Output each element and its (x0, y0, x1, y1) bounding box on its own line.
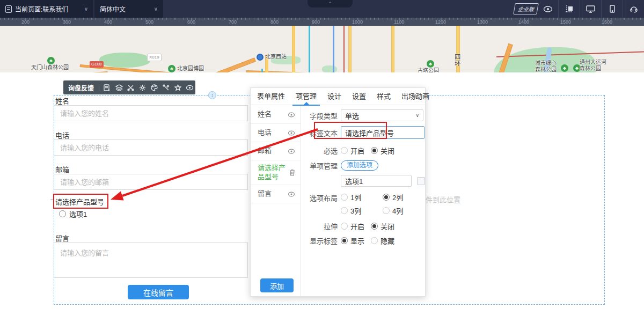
field-list-item[interactable]: 电话 (251, 124, 301, 142)
current-page-selector[interactable]: 当前页面:联系我们 ∨ (0, 0, 93, 18)
map-subway-line (261, 69, 263, 72)
radio-icon (59, 210, 66, 217)
item-management-row: 单项管理 添加选项 (306, 160, 425, 171)
map-road (292, 26, 295, 72)
ruler-tick-label: 300 (63, 19, 71, 25)
ruler-tick-label: 400 (104, 19, 112, 25)
widget-title: 询盘反馈 (63, 83, 99, 92)
ruler-tick-label: 900 (312, 19, 320, 25)
horizontal-ruler: 2003004005006007008009001000110012001300… (0, 18, 644, 26)
field-list-item[interactable]: 邮箱 (251, 142, 301, 160)
layout-3col-radio[interactable] (341, 207, 348, 214)
tab-settings[interactable]: 设置 (352, 88, 366, 105)
mobile-view-button[interactable] (601, 0, 623, 18)
off-label: 关闭 (380, 221, 394, 231)
chevron-down-icon: ∨ (415, 113, 419, 118)
favorite-button[interactable] (172, 84, 184, 91)
field-label-message: 留言 (55, 233, 69, 243)
form-edit-button[interactable] (101, 84, 113, 91)
support-button[interactable] (623, 0, 644, 18)
add-field-button[interactable]: 添加 (260, 278, 294, 292)
tab-form-properties[interactable]: 表单属性 (257, 88, 285, 105)
layout-2col-radio[interactable] (383, 194, 390, 201)
plan-badge: 企业版 (515, 0, 537, 18)
eye-icon[interactable] (288, 192, 295, 197)
required-row: 必选 开启 关闭 (306, 145, 425, 156)
tab-style[interactable]: 样式 (377, 88, 391, 105)
divider (99, 84, 99, 91)
drop-zone-hint: 件到此位置 (426, 194, 460, 204)
map-road (392, 26, 394, 72)
current-page-label: 当前页面:联系我们 (15, 4, 68, 13)
required-off-radio[interactable] (371, 147, 378, 154)
tab-design[interactable]: 设计 (327, 88, 341, 105)
ruler-tick-label: 1500 (560, 19, 571, 25)
message-textarea[interactable] (54, 242, 248, 278)
email-input[interactable] (54, 174, 248, 190)
cut-button[interactable] (125, 84, 137, 91)
cut-icon (127, 84, 134, 91)
language-selector[interactable]: 简体中文 ∨ (94, 0, 163, 18)
map-label: 北京园博园 (177, 65, 204, 72)
label-text-input[interactable] (341, 126, 425, 139)
layers-button[interactable] (113, 84, 125, 91)
layout-1col-label: 1列 (350, 192, 361, 202)
tools-button[interactable] (160, 84, 172, 91)
stretch-on-radio[interactable] (341, 223, 348, 230)
trash-icon[interactable] (289, 169, 295, 176)
layout-4col-label: 4列 (392, 205, 403, 216)
eye-icon[interactable] (288, 130, 295, 136)
page-canvas: ↕ 件到此位置 询盘反馈 (0, 72, 644, 316)
panel-tab-bar: 表单属性 项管理 设计 设置 样式 出场动画 ✕ (251, 88, 425, 105)
mobile-icon (610, 5, 615, 13)
phone-input[interactable] (54, 139, 248, 156)
eye-icon[interactable] (288, 112, 295, 117)
layout-4col-radio[interactable] (383, 207, 390, 214)
guides-button[interactable] (558, 0, 580, 18)
layout-2col-label: 2列 (392, 192, 403, 202)
field-list-item-selected[interactable]: 请选择产品型号 (251, 160, 301, 185)
stretch-off-radio[interactable] (371, 223, 378, 230)
eye-icon[interactable] (288, 149, 295, 154)
submit-button[interactable]: 在线留言 (128, 285, 189, 299)
map-road (349, 26, 351, 72)
add-option-button[interactable]: 添加选项 (341, 160, 378, 171)
product-option-radio[interactable]: 选项1 (56, 209, 87, 219)
tab-item-management[interactable]: 项管理 (296, 88, 317, 105)
star-icon (174, 84, 181, 91)
desktop-view-button[interactable] (580, 0, 601, 18)
chevron-up-icon: ⌃ (328, 2, 332, 6)
layout-1col-radio[interactable] (341, 194, 348, 201)
layout-3col-label: 3列 (350, 205, 361, 216)
field-list-item[interactable]: 姓名 (251, 106, 301, 124)
field-list-item[interactable]: 留言 (251, 185, 301, 203)
option-checkbox[interactable] (417, 177, 425, 185)
drag-handle[interactable]: ↕ (208, 91, 216, 99)
show-label-label: 显示标签 (306, 236, 338, 246)
option-row (306, 175, 425, 187)
collapse-toolbar-button[interactable]: ⌃ (308, 0, 353, 8)
toolbar-right-tools: 企业版 (515, 0, 644, 18)
map-module[interactable]: ♣♣♣♣♣♣♣♣♣ 天门山森林公园石磨匠沟千灵山北宫国家 森林公园北京园博园卢沟… (0, 26, 644, 72)
name-input[interactable] (54, 105, 248, 121)
stretch-label: 拉伸 (306, 221, 338, 231)
settings-button[interactable] (137, 84, 149, 91)
field-type-label: 字段类型 (306, 111, 338, 121)
preview-button[interactable] (537, 0, 558, 18)
label-text-label: 标签文本 (306, 128, 338, 138)
show-radio[interactable] (341, 237, 348, 244)
close-icon[interactable]: ✕ (413, 92, 420, 100)
hide-radio[interactable] (371, 237, 378, 244)
required-on-radio[interactable] (341, 147, 348, 154)
chevron-down-icon: ∨ (154, 6, 158, 12)
field-label-product-model: 请选择产品型号 (55, 196, 104, 207)
map-label: 天门山森林公园 (31, 64, 69, 71)
field-type-select[interactable]: 单选 ∨ (341, 109, 423, 121)
map-label: 城市绿心 森林公园 (535, 60, 557, 72)
map-park-area (99, 53, 150, 68)
visibility-button[interactable] (184, 85, 195, 91)
option-name-input[interactable] (341, 175, 412, 187)
tools-icon (163, 84, 170, 91)
style-button[interactable] (148, 84, 160, 91)
park-icon: ♣ (561, 64, 568, 72)
